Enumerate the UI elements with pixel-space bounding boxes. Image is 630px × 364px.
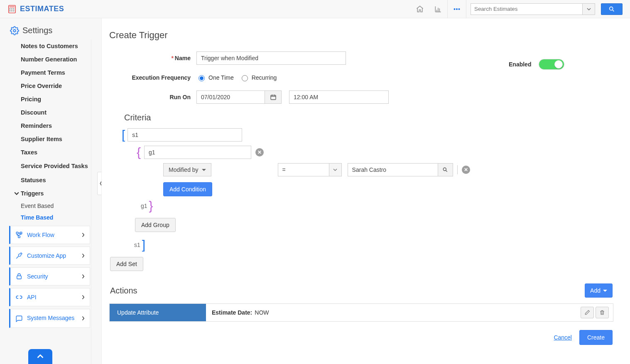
- svg-rect-5: [10, 10, 11, 11]
- svg-rect-4: [13, 8, 15, 10]
- svg-point-18: [443, 168, 446, 171]
- svg-point-11: [610, 7, 613, 10]
- sidebar-item-supplier-items[interactable]: Supplier Items: [8, 132, 91, 146]
- chevron-right-icon: [81, 253, 86, 258]
- chevron-right-icon: [81, 274, 86, 279]
- add-group-button[interactable]: Add Group: [135, 218, 176, 232]
- calendar-icon[interactable]: [265, 90, 282, 104]
- svg-rect-3: [11, 8, 12, 10]
- radio-recurring[interactable]: Recurring: [240, 74, 277, 81]
- sidebar-subitem-time-based[interactable]: Time Based: [8, 212, 91, 223]
- svg-point-9: [456, 8, 458, 10]
- delete-group-icon[interactable]: ✕: [255, 148, 264, 156]
- divider: [457, 165, 458, 174]
- add-set-button[interactable]: Add Set: [110, 257, 143, 271]
- main-content: Create Trigger *Name Enabled Execution F…: [102, 18, 630, 364]
- sidebar-box-api[interactable]: API: [9, 288, 90, 306]
- search-input[interactable]: [471, 3, 583, 15]
- sidebar: Settings Notes to Customers Number Gener…: [0, 18, 102, 364]
- sidebar-item-statuses[interactable]: Statuses: [8, 173, 91, 187]
- sidebar-item-payment-terms[interactable]: Payment Terms: [8, 66, 91, 79]
- group-close-bracket-icon: }: [149, 200, 153, 212]
- cancel-link[interactable]: Cancel: [554, 334, 572, 341]
- page-title: Create Trigger: [109, 30, 613, 41]
- group-close-label: g1: [141, 203, 147, 209]
- chevron-right-icon: [81, 232, 86, 237]
- search-scope-dropdown[interactable]: [583, 3, 595, 15]
- svg-rect-13: [16, 232, 18, 234]
- sidebar-item-discount[interactable]: Discount: [8, 106, 91, 119]
- add-action-button[interactable]: Add: [585, 283, 613, 298]
- chevron-right-icon: [81, 295, 86, 300]
- condition-value-input[interactable]: [348, 163, 438, 176]
- sidebar-box-security[interactable]: Security: [9, 267, 90, 286]
- sidebar-subitem-event-based[interactable]: Event Based: [8, 200, 91, 212]
- edit-action-icon[interactable]: [581, 307, 594, 318]
- action-attr-label: Estimate Date:: [212, 309, 252, 316]
- sidebar-item-number-generation[interactable]: Number Generation: [8, 53, 91, 66]
- trigger-name-input[interactable]: [196, 51, 346, 65]
- set-close-label: s1: [134, 242, 140, 248]
- set-name-input[interactable]: [127, 128, 242, 142]
- sidebar-collapse-handle[interactable]: [97, 172, 102, 195]
- action-row: Update Attribute Estimate Date: NOW: [109, 303, 613, 322]
- execution-frequency-label: Execution Frequency: [109, 74, 196, 81]
- svg-point-10: [458, 8, 460, 10]
- run-on-date-input[interactable]: [196, 90, 265, 104]
- app-header: ESTIMATES: [0, 0, 630, 18]
- scroll-top-button[interactable]: [28, 349, 52, 364]
- sidebar-item-service-provided-tasks[interactable]: Service Provided Tasks: [8, 159, 91, 173]
- sidebar-item-notes[interactable]: Notes to Customers: [8, 39, 91, 53]
- svg-rect-2: [10, 8, 11, 10]
- settings-label: Settings: [22, 26, 52, 35]
- actions-heading: Actions: [110, 286, 137, 296]
- sidebar-item-price-override[interactable]: Price Override: [8, 79, 91, 93]
- chevron-right-icon: [81, 316, 86, 321]
- svg-rect-7: [13, 10, 15, 11]
- svg-rect-17: [271, 95, 276, 100]
- brand-name: ESTIMATES: [20, 5, 64, 13]
- group-name-input[interactable]: [144, 146, 251, 159]
- sidebar-box-security-label: Security: [27, 273, 48, 280]
- svg-point-12: [13, 29, 16, 32]
- add-action-label: Add: [590, 287, 601, 294]
- condition-value-lookup-icon[interactable]: [438, 163, 453, 176]
- group-open-bracket-icon: {: [137, 146, 141, 159]
- condition-field-dropdown[interactable]: Modified by: [163, 163, 211, 176]
- sidebar-box-customize-label: Customize App: [27, 252, 66, 259]
- radio-one-time-label: One Time: [208, 74, 234, 81]
- sidebar-item-reminders[interactable]: Reminders: [8, 119, 91, 132]
- sidebar-box-api-label: API: [27, 294, 37, 300]
- svg-rect-16: [17, 276, 22, 279]
- more-menu-icon[interactable]: [448, 0, 466, 18]
- radio-one-time[interactable]: One Time: [196, 74, 234, 81]
- run-on-time-input[interactable]: [289, 90, 389, 104]
- estimates-logo-icon: [7, 5, 17, 14]
- bar-chart-icon[interactable]: [429, 0, 447, 18]
- delete-action-icon[interactable]: [596, 307, 609, 318]
- name-label: Name: [175, 55, 191, 61]
- delete-condition-icon[interactable]: ✕: [462, 166, 470, 174]
- enabled-toggle[interactable]: [539, 59, 564, 70]
- home-icon[interactable]: [411, 0, 429, 18]
- criteria-heading: Criteria: [124, 113, 613, 122]
- action-summary: Estimate Date: NOW: [206, 304, 576, 321]
- search-button[interactable]: [601, 3, 623, 15]
- create-button[interactable]: Create: [579, 330, 613, 345]
- brand: ESTIMATES: [7, 5, 64, 14]
- sidebar-item-taxes[interactable]: Taxes: [8, 146, 91, 159]
- action-type-badge: Update Attribute: [110, 304, 206, 321]
- set-close-bracket-icon: ]: [142, 239, 145, 251]
- sidebar-item-pricing[interactable]: Pricing: [8, 93, 91, 106]
- svg-point-8: [454, 8, 455, 10]
- enabled-label: Enabled: [509, 61, 531, 68]
- settings-heading: Settings: [0, 18, 101, 39]
- condition-operator-dropdown[interactable]: =: [278, 163, 342, 176]
- sidebar-box-system-messages[interactable]: System Messages: [9, 309, 90, 328]
- sidebar-group-triggers[interactable]: Triggers: [8, 187, 91, 200]
- add-condition-button[interactable]: Add Condition: [163, 182, 212, 196]
- condition-operator-value: =: [282, 166, 286, 173]
- sidebar-box-customize[interactable]: Customize App: [9, 247, 90, 265]
- svg-rect-1: [10, 6, 15, 7]
- sidebar-box-workflow[interactable]: Work Flow: [9, 226, 90, 244]
